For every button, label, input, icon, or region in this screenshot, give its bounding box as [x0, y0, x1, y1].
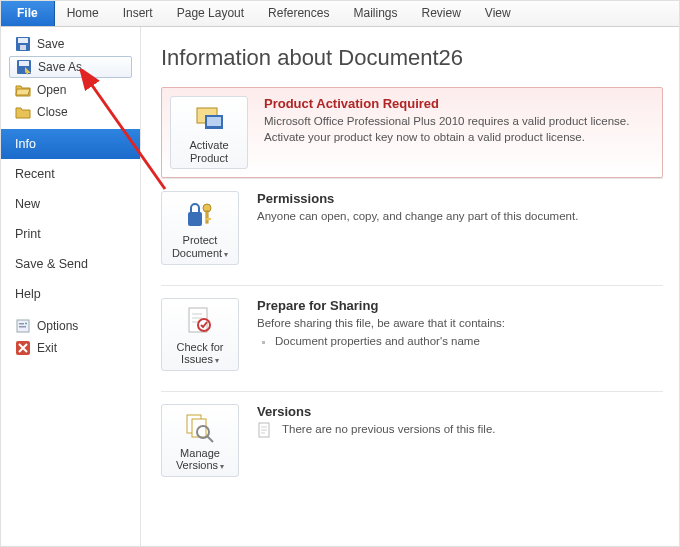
section-prepare: Check for Issues▾ Prepare for Sharing Be… [161, 285, 663, 391]
svg-rect-6 [19, 323, 24, 325]
backstage-nav: Save Save As Open Close Info Recent [1, 27, 141, 546]
tab-review[interactable]: Review [409, 1, 472, 26]
svg-rect-16 [206, 218, 211, 220]
folder-close-icon [15, 104, 31, 120]
activate-icon [193, 103, 225, 135]
nav-new[interactable]: New [1, 189, 140, 219]
svg-rect-2 [20, 45, 26, 50]
save-icon [15, 36, 31, 52]
chevron-down-icon: ▾ [224, 250, 228, 259]
nav-close-label: Close [37, 105, 68, 119]
tab-mailings[interactable]: Mailings [341, 1, 409, 26]
nav-new-label: New [15, 197, 40, 211]
nav-save-label: Save [37, 37, 64, 51]
section-activation: Activate Product Product Activation Requ… [161, 87, 663, 178]
nav-options[interactable]: Options [1, 315, 140, 337]
nav-close[interactable]: Close [1, 101, 140, 123]
svg-line-22 [207, 436, 213, 442]
nav-print-label: Print [15, 227, 41, 241]
activation-body: Microsoft Office Professional Plus 2010 … [264, 114, 654, 145]
inspect-icon [184, 305, 216, 337]
svg-rect-7 [19, 326, 26, 328]
backstage-main: Information about Document26 Activate Pr… [141, 27, 679, 546]
nav-save-send[interactable]: Save & Send [1, 249, 140, 279]
options-icon [15, 318, 31, 334]
nav-recent-label: Recent [15, 167, 55, 181]
activation-title: Product Activation Required [264, 96, 654, 111]
save-as-icon [16, 59, 32, 75]
versions-icon [184, 411, 216, 443]
tab-references[interactable]: References [256, 1, 341, 26]
check-for-issues-button[interactable]: Check for Issues▾ [161, 298, 239, 371]
versions-title: Versions [257, 404, 663, 419]
nav-help-label: Help [15, 287, 41, 301]
nav-exit[interactable]: Exit [1, 337, 140, 359]
section-versions: Manage Versions▾ Versions There are no p… [161, 391, 663, 497]
manage-versions-label: Manage Versions [176, 447, 220, 472]
permissions-title: Permissions [257, 191, 663, 206]
nav-print[interactable]: Print [1, 219, 140, 249]
versions-text: There are no previous versions of this f… [282, 423, 496, 435]
section-permissions: Protect Document▾ Permissions Anyone can… [161, 178, 663, 284]
activate-product-label: Activate Product [189, 139, 228, 164]
nav-save[interactable]: Save [1, 33, 140, 55]
nav-open[interactable]: Open [1, 79, 140, 101]
tab-file[interactable]: File [1, 1, 55, 26]
nav-info[interactable]: Info [1, 129, 140, 159]
protect-document-button[interactable]: Protect Document▾ [161, 191, 239, 264]
exit-icon [15, 340, 31, 356]
prepare-item-1: Document properties and author's name [275, 335, 480, 347]
prepare-title: Prepare for Sharing [257, 298, 663, 313]
prepare-list: Document properties and author's name [257, 335, 663, 347]
nav-save-as-label: Save As [38, 60, 82, 74]
folder-open-icon [15, 82, 31, 98]
nav-recent[interactable]: Recent [1, 159, 140, 189]
protect-document-label: Protect Document [172, 234, 222, 259]
svg-rect-1 [18, 38, 28, 43]
nav-info-label: Info [15, 137, 36, 151]
document-icon [257, 422, 273, 438]
chevron-down-icon: ▾ [220, 462, 224, 471]
nav-save-as[interactable]: Save As [9, 56, 132, 78]
nav-options-label: Options [37, 319, 78, 333]
manage-versions-button[interactable]: Manage Versions▾ [161, 404, 239, 477]
versions-body-line: There are no previous versions of this f… [257, 422, 663, 438]
chevron-down-icon: ▾ [215, 356, 219, 365]
activate-product-button[interactable]: Activate Product [170, 96, 248, 169]
word-backstage: File Home Insert Page Layout References … [0, 0, 680, 547]
permissions-body: Anyone can open, copy, and change any pa… [257, 209, 663, 225]
nav-exit-label: Exit [37, 341, 57, 355]
lock-key-icon [184, 198, 216, 230]
svg-rect-15 [206, 211, 208, 223]
page-title: Information about Document26 [161, 45, 663, 71]
nav-open-label: Open [37, 83, 66, 97]
nav-save-send-label: Save & Send [15, 257, 88, 271]
svg-rect-4 [19, 61, 29, 66]
tab-insert[interactable]: Insert [111, 1, 165, 26]
svg-rect-12 [207, 117, 221, 126]
tab-view[interactable]: View [473, 1, 523, 26]
tab-home[interactable]: Home [55, 1, 111, 26]
ribbon-tabs: File Home Insert Page Layout References … [1, 1, 679, 27]
nav-help[interactable]: Help [1, 279, 140, 309]
tab-page-layout[interactable]: Page Layout [165, 1, 256, 26]
svg-rect-13 [188, 212, 202, 226]
svg-point-8 [25, 323, 27, 325]
prepare-lead: Before sharing this file, be aware that … [257, 316, 663, 332]
